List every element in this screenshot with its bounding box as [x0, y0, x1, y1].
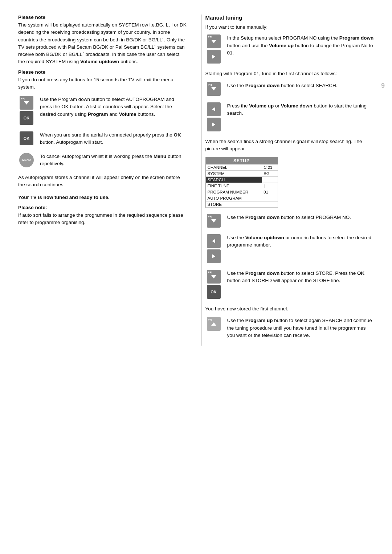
- vol-both-icon-group: [205, 234, 222, 263]
- table-row-search: SEARCH: [206, 177, 278, 183]
- program-up-text: Use the Program up button to select agai…: [227, 317, 374, 339]
- vol-arrow-left-r5: [212, 239, 215, 243]
- tuned-ready-text: Your TV is now tuned and ready to use.: [18, 194, 187, 201]
- ok-icon-2: OK: [20, 131, 33, 145]
- channel-label: CHANNEL: [206, 164, 262, 171]
- store-value: [262, 201, 277, 208]
- table-row-system: SYSTEM BG: [206, 171, 278, 177]
- starting-program-01: Starting with Program 01, tune in the fi…: [205, 70, 374, 77]
- menu-icon-group: MENU: [18, 153, 35, 167]
- program-no-text: In the Setup menu select PROGRAM NO usin…: [227, 34, 374, 57]
- system-label: SYSTEM: [206, 171, 262, 177]
- left-column: Please note The system will be displayed…: [18, 15, 191, 346]
- ok-icon: OK: [20, 111, 33, 125]
- please-note-3-body: If auto sort fails to arrange the progra…: [18, 212, 187, 227]
- vol-lr-icon-group: [205, 102, 222, 131]
- auto-program-value: [262, 195, 277, 201]
- pr-ok-icon-group: PR OK: [18, 96, 35, 125]
- search-select-text: Use the Program down button to select SE…: [227, 82, 374, 89]
- icon-row-store-ok: PR OK Use the Program down button to sel…: [205, 270, 374, 299]
- system-value: BG: [262, 171, 277, 177]
- search-label: SEARCH: [206, 177, 262, 183]
- icon-row-menu: MENU To cancel Autoprogram whilst it is …: [18, 153, 187, 168]
- please-note-2-body: If you do not press any buttons for 15 s…: [18, 76, 187, 91]
- icon-row-vol-tuning: Press the Volume up or Volume down butto…: [205, 102, 374, 131]
- program-number-label: PROGRAM NUMBER: [206, 189, 262, 195]
- right-column: Manual tuning If you want to tune manual…: [201, 15, 374, 346]
- table-row-channel: CHANNEL C 21: [206, 164, 278, 171]
- icon-row-program-up: PR Use the Program up button to select a…: [205, 317, 374, 339]
- icon-row-vol-program: Use the Volume up/down or numeric button…: [205, 234, 374, 263]
- menu-icon: MENU: [19, 153, 34, 167]
- vol-arrow-right: [212, 54, 215, 59]
- search-value: [262, 177, 277, 183]
- setup-table-header: SETUP: [206, 157, 278, 164]
- vol-arrow-right-2: [212, 122, 215, 127]
- autoprogram-text: Use the Program down button to select AU…: [40, 96, 187, 118]
- pr-down-icon-r1: PR: [207, 34, 221, 48]
- pr-down-icon-r4: PR: [207, 214, 221, 228]
- stored-first-channel-text: You have now stored the first channel.: [205, 305, 374, 313]
- vol-right-icon-r5: [207, 249, 221, 263]
- setup-table: SETUP CHANNEL C 21 SYSTEM BG SEARCH FINE…: [205, 157, 278, 208]
- please-note-2-title: Please note: [18, 69, 187, 75]
- setup-table-body: CHANNEL C 21 SYSTEM BG SEARCH FINE TUNE …: [206, 164, 278, 208]
- ok-text: When you are sure the aerial is connecte…: [40, 131, 187, 146]
- vol-arrow-right-r5: [212, 254, 215, 258]
- pr-up-icon: PR: [207, 317, 221, 331]
- arrow-up: [211, 322, 216, 326]
- store-label: STORE: [206, 201, 262, 208]
- select-program-no-text: Use the Program down button to select PR…: [227, 214, 374, 221]
- pr-down-icon-r6: PR: [207, 270, 221, 284]
- manual-tuning-title: Manual tuning: [205, 15, 374, 21]
- vol-tuning-text: Press the Volume up or Volume down butto…: [227, 102, 374, 117]
- icon-row-program-no-select: PR Use the Program down button to select…: [205, 214, 374, 228]
- search-finds-text: When the search finds a strong channel s…: [205, 138, 374, 153]
- page-content: Please note The system will be displayed…: [18, 15, 374, 346]
- pr-icon-group-2: PR: [205, 82, 222, 96]
- table-row-program-number: PROGRAM NUMBER 01: [206, 189, 278, 195]
- vol-arrow-left: [212, 107, 215, 111]
- store-ok-text: Use the Program down button to select ST…: [227, 270, 374, 285]
- ok-icon-r6: OK: [207, 285, 221, 299]
- pr-ok-icon-group-6: PR OK: [205, 270, 222, 299]
- please-note-3: Please note: If auto sort fails to arran…: [18, 205, 187, 227]
- pr-icon-group-4: PR: [205, 214, 222, 228]
- fine-tune-label: FINE TUNE: [206, 183, 262, 189]
- please-note-3-title: Please note:: [18, 205, 187, 210]
- icon-row-search: PR Use the Program down button to select…: [205, 82, 374, 96]
- please-note-1-title: Please note: [18, 15, 187, 20]
- please-note-2: Please note If you do not press any butt…: [18, 69, 187, 91]
- please-note-1: Please note The system will be displayed…: [18, 15, 187, 66]
- fine-tune-value: |: [262, 183, 277, 189]
- table-row-auto-program: AUTO PROGRAM: [206, 195, 278, 201]
- channel-value: C 21: [262, 164, 277, 171]
- arrow-down-r2: [211, 87, 216, 90]
- icon-row-program-no: PR In the Setup menu select PROGRAM NO u…: [205, 34, 374, 64]
- pr-down-icon: PR: [20, 96, 33, 110]
- manual-tuning-intro: If you want to tune manually:: [205, 24, 374, 31]
- program-number-value: 01: [262, 189, 277, 195]
- arrow-down-r4: [211, 219, 216, 223]
- pr-vol-icon-group-1: PR: [205, 34, 222, 64]
- vol-left-icon-r5: [207, 234, 221, 248]
- auto-program-label: AUTO PROGRAM: [206, 195, 262, 201]
- autoprogram-stores-text: As Autoprogram stores a channel it will …: [18, 174, 187, 189]
- ok-only-icon-group: OK: [18, 131, 35, 145]
- pr-up-icon-group: PR: [205, 317, 222, 331]
- menu-text: To cancel Autoprogram whilst it is worki…: [40, 153, 187, 168]
- icon-row-autoprogram: PR OK Use the Program down button to sel…: [18, 96, 187, 125]
- vol-right-icon: [207, 118, 221, 131]
- icon-row-ok: OK When you are sure the aerial is conne…: [18, 131, 187, 146]
- arrow-down-icon: [24, 101, 29, 105]
- vol-right-icon-r1: [207, 50, 221, 64]
- arrow-down-r6: [211, 275, 216, 278]
- table-row-store: STORE: [206, 201, 278, 208]
- please-note-1-body: The system will be displayed automatical…: [18, 21, 187, 66]
- arrow-down-r1: [211, 40, 216, 43]
- vol-left-icon: [207, 102, 221, 116]
- vol-program-text: Use the Volume up/down or numeric button…: [227, 234, 374, 249]
- page-number: 9: [381, 82, 385, 90]
- table-row-fine-tune: FINE TUNE |: [206, 183, 278, 189]
- pr-down-icon-r2: PR: [207, 82, 221, 96]
